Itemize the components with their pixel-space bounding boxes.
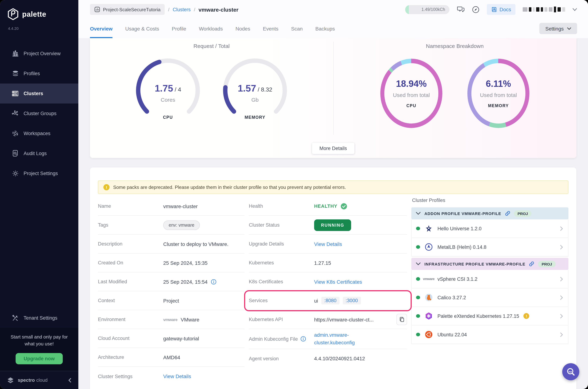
app-version: 4.4.20 bbox=[8, 26, 78, 31]
svg-text:Gb: Gb bbox=[251, 97, 259, 103]
detail-label: Last Modified bbox=[98, 279, 163, 284]
tab-workloads[interactable]: Workloads bbox=[199, 19, 223, 38]
search-help-fab[interactable] bbox=[562, 363, 579, 380]
sidebar-item-workspaces[interactable]: Workspaces bbox=[0, 124, 78, 143]
status-dot-green bbox=[416, 296, 420, 299]
sidebar-item-label: Tenant Settings bbox=[24, 316, 57, 321]
health-status-text: HEALTHY bbox=[314, 203, 337, 209]
cluster-status-badge[interactable]: RUNNING bbox=[314, 219, 351, 231]
detail-value-context: Project bbox=[163, 298, 179, 303]
detail-value-admin-kubeconfig-file: admin.vmware-cluster.kubeconfig bbox=[314, 331, 376, 347]
tab-backups[interactable]: Backups bbox=[315, 19, 335, 38]
tab-scan[interactable]: Scan bbox=[291, 19, 303, 38]
tab-usage-costs[interactable]: Usage & Costs bbox=[125, 19, 159, 38]
svg-text:CPU: CPU bbox=[163, 115, 173, 120]
cluster-profiles-list: ADDON PROFILE VMWARE-PROFILEPROJHello Un… bbox=[411, 207, 568, 344]
details-column-middle: HealthHEALTHYCluster StatusRUNNINGUpgrad… bbox=[249, 197, 407, 386]
top-bar: Project-ScaleSecureTutoria / Clusters / … bbox=[78, 0, 588, 19]
sidebar-item-profiles[interactable]: Profiles bbox=[0, 64, 78, 84]
detail-label: Cluster Settings bbox=[98, 374, 163, 379]
sidebar-item-clusters[interactable]: Clusters bbox=[0, 84, 78, 103]
detail-label: Admin Kubeconfig File bbox=[249, 336, 314, 342]
copy-button[interactable] bbox=[396, 314, 407, 325]
sidebar-footer: spectrocloud bbox=[0, 371, 78, 389]
detail-value-health: HEALTHY bbox=[314, 203, 347, 209]
compass-icon[interactable] bbox=[472, 6, 479, 13]
proj-badge: PROJ bbox=[538, 260, 556, 267]
svg-text:18.94%: 18.94% bbox=[396, 79, 427, 89]
vmware-logo: vmware bbox=[163, 317, 177, 322]
detail-value-name: vmware-cluster bbox=[163, 203, 198, 209]
chevron-right-icon bbox=[560, 332, 563, 337]
usage-quota-pill[interactable]: 1.49/100kCh bbox=[405, 5, 449, 14]
metallb-logo bbox=[424, 243, 433, 251]
link-view-k8s-certificates[interactable]: View K8s Certificates bbox=[314, 279, 362, 285]
chevron-down-icon bbox=[416, 212, 421, 215]
chat-icon[interactable] bbox=[457, 6, 465, 13]
magnifier-smile-icon bbox=[566, 367, 575, 376]
cluster-profiles-panel: Cluster Profiles ADDON PROFILE VMWARE-PR… bbox=[411, 197, 568, 386]
more-details-button[interactable]: More Details bbox=[312, 143, 355, 154]
collapse-sidebar-icon[interactable] bbox=[67, 378, 72, 383]
detail-value-description: Cluster to deploy to VMware. bbox=[163, 241, 228, 247]
tab-events[interactable]: Events bbox=[263, 19, 279, 38]
link-icon bbox=[505, 211, 510, 216]
sidebar-item-project-overview[interactable]: Project Overview bbox=[0, 44, 78, 64]
svg-text:6.11%: 6.11% bbox=[486, 79, 511, 89]
warning-text: Some packs are deprecated. Please update… bbox=[113, 185, 346, 190]
detail-row-description: DescriptionCluster to deploy to VMware. bbox=[98, 235, 245, 254]
chevron-right-icon bbox=[560, 226, 563, 231]
profile-pack-vsphere-csi-3-1-2[interactable]: vmwarevSphere CSI 3.1.2 bbox=[411, 270, 568, 288]
status-dot-green bbox=[416, 277, 420, 281]
info-icon[interactable] bbox=[300, 336, 306, 342]
detail-row-environment: EnvironmentvmwareVMware bbox=[98, 310, 245, 329]
tab-nodes[interactable]: Nodes bbox=[235, 19, 250, 38]
sidebar-item-cluster-groups[interactable]: Cluster Groups bbox=[0, 103, 78, 124]
link-view-details[interactable]: View Details bbox=[314, 241, 342, 247]
settings-button[interactable]: Settings bbox=[540, 23, 577, 34]
sidebar: palette 4.4.20 Project OverviewProfilesC… bbox=[0, 0, 78, 389]
service-port-link[interactable]: :3000 bbox=[343, 297, 361, 304]
tab-profile[interactable]: Profile bbox=[172, 19, 186, 38]
sidebar-item-audit-logs[interactable]: Audit Logs bbox=[0, 143, 78, 163]
sidebar-item-label: Cluster Groups bbox=[24, 111, 56, 116]
detail-label: Environment bbox=[98, 317, 163, 322]
status-dot-green bbox=[416, 314, 420, 318]
sidebar-item-tenant-settings[interactable]: Tenant Settings bbox=[0, 308, 78, 328]
docs-button[interactable]: Docs bbox=[487, 4, 515, 15]
profile-pack-palette-extended-kubernetes-1-27-15[interactable]: Palette eXtended Kubernetes 1.27.15! bbox=[411, 307, 568, 325]
detail-value-architecture: AMD64 bbox=[163, 354, 180, 360]
profile-group-header[interactable]: INFRASTRUCTURE PROFILE VMWARE-PROFILEPRO… bbox=[411, 258, 568, 270]
sidebar-item-project-settings[interactable]: Project Settings bbox=[0, 163, 78, 183]
network-icon bbox=[12, 110, 19, 117]
detail-row-last-modified: Last Modified25 Sep 2024, 15:54 bbox=[98, 272, 245, 291]
service-port-link[interactable]: :8080 bbox=[321, 297, 339, 304]
profile-pack-calico-3-27-2[interactable]: Calico 3.27.2 bbox=[411, 288, 568, 307]
pack-name: Ubuntu 22.04 bbox=[437, 332, 467, 337]
detail-row-kubernetes-api: Kubernetes APIhttps://vmware-cluster-ct.… bbox=[249, 310, 407, 329]
upgrade-now-button[interactable]: Upgrade now bbox=[16, 353, 63, 364]
detail-value-cluster-status: RUNNING bbox=[314, 219, 351, 231]
detail-row-cluster-settings: Cluster SettingsView Details bbox=[98, 367, 245, 386]
profile-pack-hello-universe-1-2-0[interactable]: Hello Universe 1.2.0 bbox=[411, 219, 568, 238]
detail-row-k8s-certificates: K8s CertificatesView K8s Certificates bbox=[249, 272, 407, 291]
user-name-redacted[interactable] bbox=[523, 6, 565, 12]
profile-pack-metallb-helm-0-14-8[interactable]: MetalLB (Helm) 0.14.8 bbox=[411, 238, 568, 257]
detail-value-services: ui:8080:3000 bbox=[314, 297, 361, 304]
detail-value-k8s-certificates: View K8s Certificates bbox=[314, 279, 362, 285]
info-icon[interactable] bbox=[211, 279, 217, 285]
link-view-details[interactable]: View Details bbox=[163, 373, 191, 379]
breadcrumb-clusters-link[interactable]: Clusters bbox=[173, 7, 191, 12]
user-menu-chevron-down-icon[interactable] bbox=[572, 8, 577, 11]
sidebar-item-label: Project Settings bbox=[24, 171, 58, 176]
detail-row-services[interactable]: Servicesui:8080:3000 bbox=[245, 291, 411, 310]
profile-pack-ubuntu-22-04[interactable]: Ubuntu 22.04 bbox=[411, 325, 568, 344]
breadcrumb-project[interactable]: Project-ScaleSecureTutoria bbox=[90, 4, 165, 15]
kubeconfig-download-link[interactable]: admin.vmware-cluster.kubeconfig bbox=[314, 331, 376, 347]
profile-group-header[interactable]: ADDON PROFILE VMWARE-PROFILEPROJ bbox=[411, 207, 568, 219]
detail-label: Created On bbox=[98, 260, 163, 265]
tab-overview[interactable]: Overview bbox=[90, 19, 113, 38]
detail-value-agent-version: 4.4.10/20240921.0412 bbox=[314, 356, 365, 361]
promo-text: Start small and only pay for what you us… bbox=[5, 334, 73, 348]
detail-label: K8s Certificates bbox=[249, 279, 314, 284]
